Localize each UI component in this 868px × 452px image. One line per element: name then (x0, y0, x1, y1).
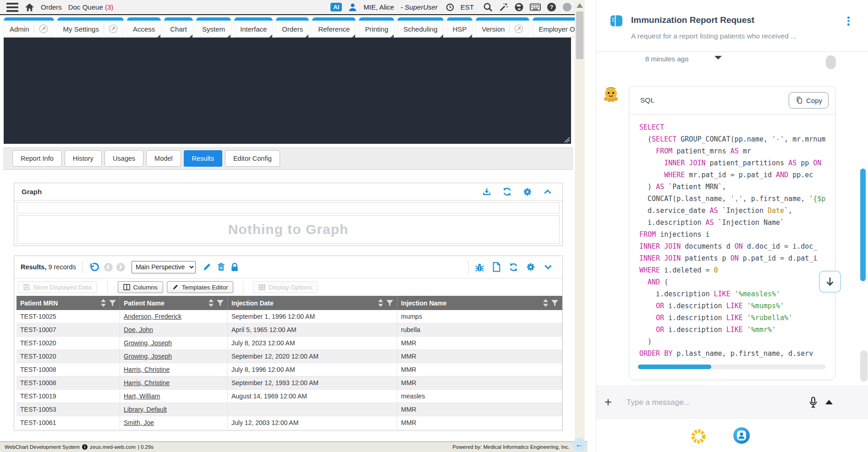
scrollbar-up-arrow-icon[interactable] (577, 3, 583, 8)
help-icon[interactable]: ? (547, 2, 556, 12)
report-document-icon[interactable] (492, 262, 501, 272)
home-icon[interactable] (25, 3, 34, 12)
app-scrollbar[interactable] (575, 0, 585, 441)
delete-perspective-icon[interactable] (217, 262, 225, 272)
doc-preview-panel[interactable] (4, 38, 571, 144)
nav-tab-orders[interactable]: Orders (276, 17, 309, 37)
copy-button[interactable]: Copy (789, 92, 829, 109)
tab-report-info[interactable]: Report Info (12, 150, 62, 167)
column-header-patient-name[interactable]: Patient Name (120, 296, 228, 310)
ai-badge[interactable]: AI (330, 3, 342, 11)
undo-icon[interactable] (88, 262, 99, 272)
refresh-results-icon[interactable] (509, 262, 518, 272)
nav-tab-scheduling[interactable]: Scheduling (397, 17, 443, 37)
chat-scrollbar-thumb[interactable] (860, 169, 866, 281)
patient-link[interactable]: Smith, Joe (124, 419, 154, 426)
search-icon[interactable] (483, 2, 493, 12)
sql-hscrollbar-thumb[interactable] (638, 365, 711, 369)
perspective-select[interactable]: Main Perspective (132, 261, 196, 273)
edit-perspective-icon[interactable] (203, 262, 212, 272)
patient-link[interactable]: Harris, Christine (124, 379, 170, 387)
column-header-injection-name[interactable]: Injection Name (397, 296, 562, 310)
sort-icon[interactable] (101, 299, 106, 307)
wand-icon[interactable] (499, 2, 508, 12)
nav-tab-printing[interactable]: Printing (359, 17, 394, 37)
external-link-icon[interactable] (104, 24, 118, 33)
gear-icon[interactable] (523, 187, 532, 196)
nav-tab-employer-organizations[interactable]: Employer Organizations (533, 17, 575, 37)
columns-button[interactable]: Columns (118, 281, 163, 293)
info-icon[interactable]: i (82, 444, 88, 450)
column-header-injection-date[interactable]: Injection Date (228, 296, 397, 310)
refresh-icon[interactable] (502, 187, 512, 196)
sun-gear-logo-icon[interactable] (691, 429, 706, 444)
patient-link[interactable]: Doe, John (124, 326, 153, 333)
scroll-to-bottom-button[interactable] (819, 271, 841, 293)
debug-icon[interactable] (475, 262, 484, 272)
keyboard-icon[interactable] (530, 3, 541, 11)
attach-plus-button[interactable]: + (604, 396, 612, 408)
tab-history[interactable]: History (65, 150, 102, 167)
nav-tab-admin[interactable]: Admin (4, 17, 54, 37)
send-up-triangle-icon[interactable] (825, 400, 833, 404)
resize-grip-icon[interactable] (564, 137, 570, 143)
column-header-patient-mrn[interactable]: Patient MRN (16, 296, 120, 310)
patient-link[interactable]: Hart, William (124, 392, 160, 400)
nav-tab-hsp[interactable]: HSP (447, 17, 473, 37)
store-displayed-data-button[interactable]: Store Displayed Data (18, 281, 97, 293)
nav-tab-chart[interactable]: Chart (164, 17, 193, 37)
sql-hscrollbar[interactable] (638, 365, 826, 369)
sort-icon[interactable] (378, 299, 383, 307)
nav-tab-reference[interactable]: Reference (312, 17, 356, 37)
templates-editor-button[interactable]: Templates Editor (167, 281, 234, 293)
filter-icon[interactable] (551, 300, 558, 306)
scrollbar-thumb[interactable] (576, 11, 583, 59)
lock-icon[interactable] (231, 262, 239, 272)
tab-results[interactable]: Results (184, 150, 222, 167)
nav-tab-my-settings[interactable]: My Settings (57, 17, 124, 37)
next-icon[interactable] (116, 263, 125, 272)
status-circle-icon[interactable] (562, 2, 572, 12)
patient-link[interactable]: Growing, Joseph (124, 339, 172, 347)
filter-icon[interactable] (386, 300, 393, 306)
results-settings-icon[interactable] (526, 262, 535, 272)
chat-menu-dots-icon[interactable] (847, 16, 850, 26)
download-icon[interactable] (482, 187, 491, 196)
timezone-label[interactable]: EST (461, 3, 474, 11)
sort-icon[interactable] (543, 299, 548, 307)
prev-icon[interactable] (104, 263, 113, 272)
patient-link[interactable]: Growing, Joseph (124, 353, 172, 360)
nav-tab-interface[interactable]: Interface (234, 17, 273, 37)
patient-link[interactable]: Harris, Christine (124, 366, 170, 373)
cell-patient-name: Growing, Joseph (120, 337, 228, 349)
breadcrumb-doc-queue[interactable]: Doc Queue (3) (68, 3, 113, 11)
collapse-icon[interactable] (543, 187, 552, 196)
user-name[interactable]: MIE, Alice (363, 3, 394, 11)
nav-tab-version[interactable]: Version (476, 17, 529, 37)
mic-icon[interactable] (808, 396, 819, 408)
nav-tab-system[interactable]: System (196, 17, 231, 37)
tab-model[interactable]: Model (146, 150, 181, 167)
expand-icon[interactable] (543, 262, 553, 272)
tab-editor-config[interactable]: Editor Config (225, 150, 280, 167)
patient-link[interactable]: Anderson, Frederick (124, 313, 181, 320)
footer-host[interactable]: zeus.med-web.com (90, 444, 136, 450)
external-link-icon[interactable] (509, 24, 523, 33)
collapse-chat-button[interactable]: ← (572, 438, 586, 452)
tab-usages[interactable]: Usages (104, 150, 143, 167)
sql-code-block[interactable]: SELECT (SELECT GROUP_CONCAT(pp.name, '-'… (629, 114, 835, 359)
display-options-button[interactable]: Display Options (253, 281, 318, 293)
chat-scrollbar-fragment[interactable] (860, 350, 868, 381)
bluehive-logo-icon[interactable] (733, 427, 750, 444)
globe-icon[interactable] (514, 2, 524, 12)
sort-icon[interactable] (209, 299, 214, 307)
nav-tab-access[interactable]: Access (127, 17, 161, 37)
external-link-icon[interactable] (34, 24, 48, 33)
menu-icon[interactable] (6, 3, 18, 12)
filter-icon[interactable] (109, 300, 116, 306)
breadcrumb-orders[interactable]: Orders (41, 3, 62, 11)
cell-injection-date: August 14, 1969 12:00 AM (228, 390, 397, 403)
message-input[interactable] (626, 392, 801, 413)
patient-link[interactable]: Library, Default (124, 406, 167, 413)
filter-icon[interactable] (217, 300, 224, 306)
